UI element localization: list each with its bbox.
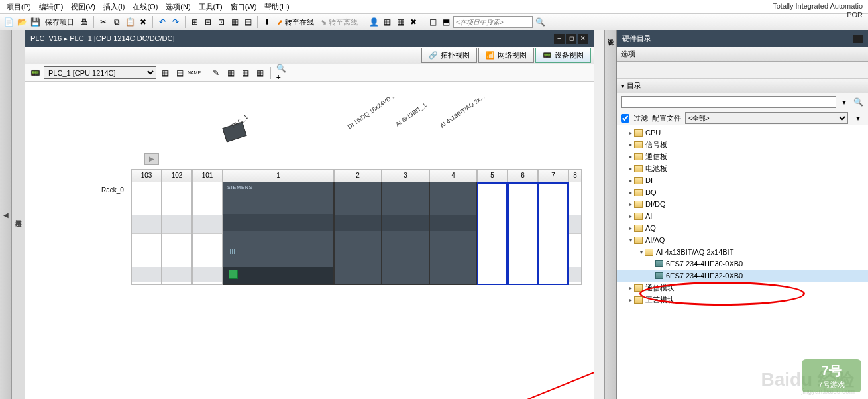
copy-icon[interactable]: ⧉ (111, 16, 123, 28)
subtb-3[interactable]: ✎ (210, 67, 222, 79)
search-go-icon[interactable]: 🔍 (534, 16, 546, 28)
save-icon[interactable]: 💾 (29, 16, 41, 28)
tree-tech[interactable]: ▸工艺模块 (617, 294, 868, 306)
tree-didq[interactable]: ▸DI/DQ (617, 198, 868, 210)
slot-5[interactable]: 5 (477, 169, 508, 285)
tree-aiaq-sub[interactable]: ▾AI 4x13BIT/AQ 2x14BIT (617, 246, 868, 258)
profile-btn-icon[interactable]: ▾ (852, 112, 864, 124)
right-collapse-tab[interactable]: 设备 (604, 30, 616, 399)
subtb-2[interactable]: ▤ (174, 67, 186, 79)
tree-dq[interactable]: ▸DQ (617, 186, 868, 198)
zoom-icon[interactable]: 🔍± (276, 67, 288, 79)
tree-ai[interactable]: ▸AI (617, 210, 868, 222)
play-icon[interactable]: ▶ (144, 153, 159, 165)
slot-8[interactable]: 8 (569, 169, 582, 285)
filter-checkbox[interactable] (621, 114, 629, 123)
minimize-icon[interactable]: – (554, 34, 565, 44)
subtb-6[interactable]: ▦ (254, 67, 266, 79)
tab-device[interactable]: 📟设备视图 (535, 48, 591, 63)
tree-commmod[interactable]: ▸通信模块 (617, 282, 868, 294)
delete-icon[interactable]: ✖ (137, 16, 149, 28)
project-search-input[interactable] (453, 16, 533, 28)
menu-edit[interactable]: 编辑(E) (35, 1, 68, 13)
menu-view[interactable]: 视图(V) (67, 1, 99, 13)
tb-icon-8[interactable]: ▦ (394, 16, 406, 28)
tree-signal[interactable]: ▸信号板 (617, 139, 868, 150)
ethernet-port-icon[interactable] (229, 270, 238, 279)
pane-btn-icon[interactable] (853, 35, 863, 43)
left-sidebar-tab[interactable]: 设备与网络 (12, 30, 25, 399)
open-icon[interactable]: 📂 (16, 16, 28, 28)
paste-icon[interactable]: 📋 (124, 16, 136, 28)
download-icon[interactable]: ⬇ (261, 16, 273, 28)
slot-102[interactable]: 102 (162, 169, 192, 285)
subtb-5[interactable]: ▦ (239, 67, 251, 79)
menu-insert[interactable]: 插入(I) (99, 1, 129, 13)
split-v-icon[interactable]: ⬒ (440, 16, 452, 28)
tree-aq[interactable]: ▸AQ (617, 222, 868, 234)
split-h-icon[interactable]: ◫ (427, 16, 439, 28)
device-selector[interactable]: PLC_1 [CPU 1214C] (44, 66, 156, 79)
maximize-icon[interactable]: ◻ (566, 34, 576, 44)
tree-aiaq[interactable]: ▾AI/AQ (617, 234, 868, 246)
device-canvas[interactable]: PLC_1 DI 16/DQ 16x24VD... AI 8x13BIT_1 A… (25, 82, 594, 399)
tree-part-2[interactable]: 6ES7 234-4HE32-0XB0 (617, 270, 868, 282)
tb-icon-6[interactable]: 👤 (368, 16, 380, 28)
menu-tools[interactable]: 工具(T) (195, 1, 227, 13)
catalog-search-icon[interactable]: ▾ (838, 96, 850, 108)
tb-icon-3[interactable]: ⊡ (215, 16, 227, 28)
catalog-search-go-icon[interactable]: 🔍 (852, 96, 864, 108)
menu-project[interactable]: 项目(P) (3, 1, 35, 13)
slot-1-cpu[interactable]: 1SIEMENS (223, 169, 334, 285)
save-project-button[interactable]: 保存项目 (42, 17, 77, 27)
tree-di[interactable]: ▸DI (617, 174, 868, 186)
go-offline-button[interactable]: ⬊转至离线 (318, 17, 360, 27)
print-icon[interactable]: 🖶 (78, 16, 90, 28)
tb-icon-1[interactable]: ⊞ (189, 16, 201, 28)
menu-online[interactable]: 在线(O) (129, 1, 162, 13)
tab-network[interactable]: 📶网络视图 (478, 48, 534, 63)
close-all-icon[interactable]: ✖ (407, 16, 419, 28)
subtb-1[interactable]: ▦ (159, 67, 171, 79)
slot-101[interactable]: 101 (192, 169, 223, 285)
tb-icon-4[interactable]: ▦ (229, 16, 241, 28)
menu-window[interactable]: 窗口(W) (227, 1, 261, 13)
catalog-search-input[interactable] (621, 96, 836, 108)
left-sidebar-handle[interactable]: ◀ (0, 30, 12, 399)
close-icon[interactable]: ✕ (578, 34, 588, 44)
tree-accordion[interactable]: ▾目录 (617, 79, 868, 93)
watermark-logo: 7号7号游戏 (802, 359, 861, 392)
tree-part-1[interactable]: 6ES7 234-4HE30-0XB0 (617, 258, 868, 270)
slot-3[interactable]: 3 (382, 169, 429, 285)
slot-103[interactable]: 103 (131, 169, 162, 285)
subtb-name[interactable]: NAME (188, 67, 200, 79)
slot-7[interactable]: 7 (538, 169, 569, 285)
go-online-button[interactable]: ⬈转至在线 (274, 17, 317, 27)
tab-topology[interactable]: 🔗拓扑视图 (421, 48, 477, 63)
options-accordion[interactable]: 选项 (617, 47, 868, 62)
tree-comm[interactable]: ▸通信板 (617, 150, 868, 162)
subtb-4[interactable]: ▦ (225, 67, 237, 79)
hardware-catalog-pane: 硬件目录 选项 ▾目录 ▾🔍 过滤 配置文件 <全部> ▾ ▸CPU ▸信号板 … (616, 30, 868, 399)
profile-select[interactable]: <全部> (685, 112, 848, 124)
slot-2[interactable]: 2 (334, 169, 382, 285)
slot-6[interactable]: 6 (508, 169, 538, 285)
annotation-arrow (525, 310, 594, 399)
slot-4[interactable]: 4 (429, 169, 477, 285)
editor-titlebar: PLC_V16 ▸ PLC_1 [CPU 1214C DC/DC/DC] –◻✕ (25, 30, 594, 47)
undo-icon[interactable]: ↶ (156, 16, 168, 28)
device-icon[interactable]: 📟 (29, 67, 41, 79)
tb-icon-7[interactable]: ▦ (381, 16, 393, 28)
scrollbar-v[interactable] (594, 30, 604, 399)
menu-options[interactable]: 选项(N) (162, 1, 194, 13)
cut-icon[interactable]: ✂ (97, 16, 109, 28)
tree-cpu[interactable]: ▸CPU (617, 127, 868, 139)
menu-help[interactable]: 帮助(H) (260, 1, 293, 13)
view-tabs: 🔗拓扑视图 📶网络视图 📟设备视图 (25, 47, 594, 64)
tree-battery[interactable]: ▸电池板 (617, 162, 868, 174)
brand-label: Totally Integrated AutomatioPOR (773, 1, 863, 19)
redo-icon[interactable]: ↷ (170, 16, 182, 28)
new-icon[interactable]: 📄 (3, 16, 15, 28)
tb-icon-2[interactable]: ⊟ (202, 16, 214, 28)
tb-icon-5[interactable]: ▤ (242, 16, 254, 28)
